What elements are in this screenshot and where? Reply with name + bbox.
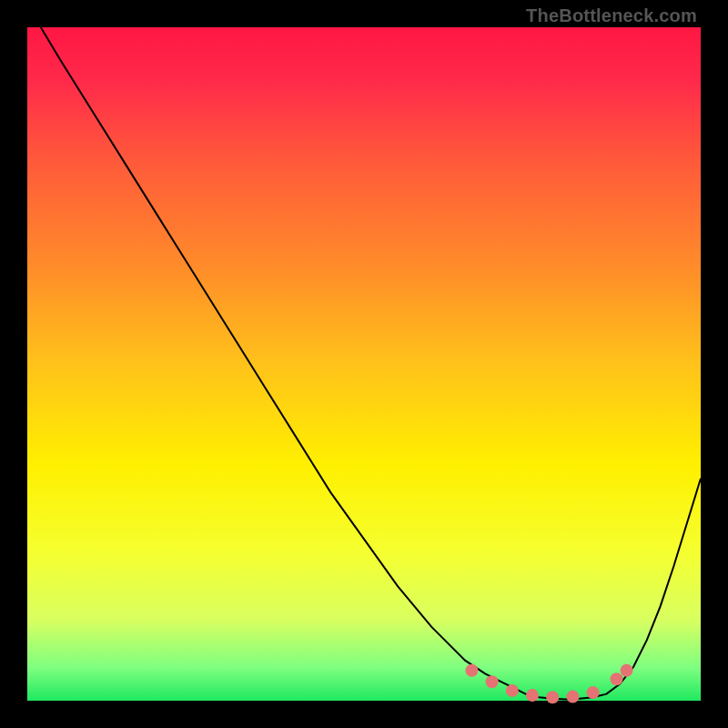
watermark-text: TheBottleneck.com [526, 5, 697, 26]
highlight-dot [621, 664, 633, 677]
highlight-dot [486, 675, 499, 688]
highlight-dot [566, 691, 579, 703]
highlight-dot [506, 684, 519, 697]
highlight-dot [611, 672, 623, 685]
highlight-markers [465, 664, 632, 704]
highlight-dot [526, 689, 539, 702]
plot-area [27, 27, 701, 701]
bottleneck-curve [41, 27, 701, 700]
highlight-dot [465, 664, 478, 677]
curve-layer [27, 27, 701, 701]
highlight-dot [546, 691, 559, 703]
highlight-dot [587, 686, 600, 699]
chart-container: TheBottleneck.com [0, 0, 728, 728]
